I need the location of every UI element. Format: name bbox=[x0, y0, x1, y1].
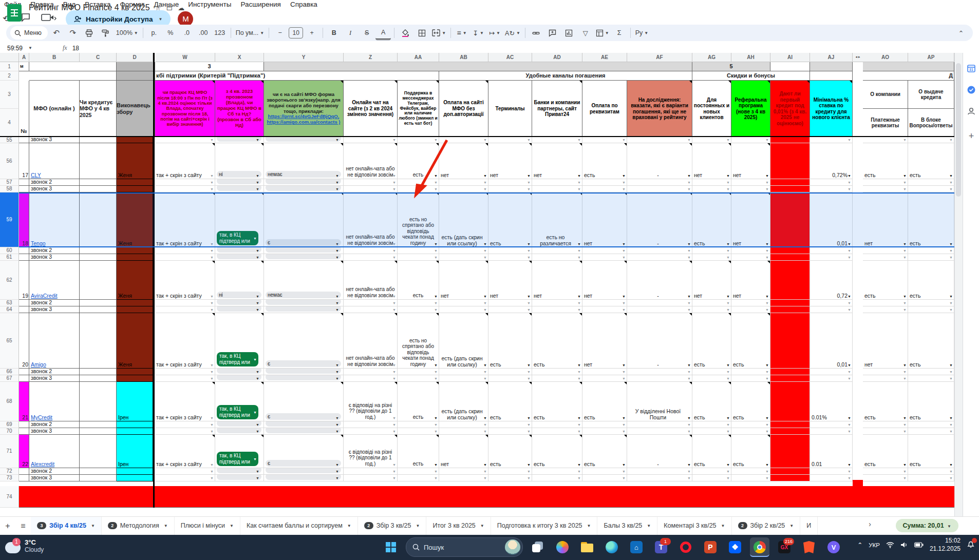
sheet-tab-Балы 3 кв/25[interactable]: Балы 3 кв/25▼ bbox=[597, 517, 657, 535]
cell-AH61[interactable]: ▼ bbox=[731, 254, 770, 261]
cell-AO68[interactable]: есть▼ bbox=[863, 382, 908, 421]
cell-AP68[interactable]: есть▼ bbox=[908, 382, 954, 421]
cell-AJ56[interactable]: 0,72%▼ bbox=[810, 143, 853, 179]
row-header-58[interactable]: 58 bbox=[0, 186, 19, 192]
sheet-tab-Как считаем баллы и сортируем[interactable]: Как считаем баллы и сортируем▼ bbox=[240, 517, 358, 535]
column-header-C[interactable]: C bbox=[80, 53, 117, 62]
cell-Z55[interactable]: ▼ bbox=[344, 137, 398, 143]
cell-C72[interactable] bbox=[80, 468, 117, 475]
cell-D65[interactable]: Женя bbox=[117, 313, 153, 369]
cell-D71[interactable]: Ірен bbox=[117, 435, 153, 468]
cell-AI69[interactable] bbox=[770, 421, 810, 428]
cell-AP73[interactable]: ▼ bbox=[908, 475, 954, 481]
cell-C73[interactable] bbox=[80, 475, 117, 481]
cell-AI72[interactable] bbox=[770, 468, 810, 475]
cell-Y56[interactable]: немає▼ bbox=[264, 143, 344, 179]
weather-widget[interactable]: 1 3°CCloudy bbox=[5, 538, 44, 553]
document-title[interactable]: Рейтинг МФО Finance 4 кв 2025☆🗀☁ bbox=[29, 3, 184, 12]
cell-X60[interactable]: ▼ bbox=[215, 247, 264, 254]
format-currency-button[interactable]: р. bbox=[146, 27, 162, 39]
cell-AF66[interactable]: ▼ bbox=[627, 369, 692, 375]
cell-AB58[interactable]: ▼ bbox=[439, 186, 488, 192]
cell-AP63[interactable]: ▼ bbox=[908, 300, 954, 306]
cell-AH56[interactable]: нет▼ bbox=[731, 143, 770, 179]
move-folder-icon[interactable]: 🗀 bbox=[166, 4, 173, 12]
cell-AI59[interactable] bbox=[770, 192, 810, 247]
cell-AA69[interactable]: ▼ bbox=[398, 421, 439, 428]
cell-C61[interactable] bbox=[80, 254, 117, 261]
cell-Y58[interactable]: ▼ bbox=[264, 186, 344, 192]
cell-Z61[interactable]: ▼ bbox=[344, 254, 398, 261]
cell-A58[interactable] bbox=[19, 186, 29, 192]
cell-C71[interactable] bbox=[80, 435, 117, 468]
cell-Z58[interactable]: ▼ bbox=[344, 186, 398, 192]
mfo-link-Amigo[interactable]: Amigo bbox=[31, 361, 46, 368]
dropdown-chip-Y68[interactable]: є▼ bbox=[266, 413, 341, 420]
cell-AC57[interactable]: ▼ bbox=[488, 179, 532, 186]
cell-AD65[interactable]: есть▼ bbox=[532, 313, 582, 369]
cell-AC63[interactable]: ▼ bbox=[488, 300, 532, 306]
column-header-A[interactable]: A bbox=[19, 53, 29, 62]
cell-AD69[interactable]: ▼ bbox=[532, 421, 582, 428]
cell-AJ55[interactable]: ▼ bbox=[810, 137, 853, 143]
row-header-63[interactable]: 63 bbox=[0, 300, 19, 306]
cell-AI70[interactable] bbox=[770, 428, 810, 435]
column-header-AD[interactable]: AD bbox=[532, 53, 582, 62]
column-header-AE[interactable]: AE bbox=[582, 53, 627, 62]
cell-AD62[interactable]: нет▼ bbox=[532, 261, 582, 300]
cell-Y70[interactable]: ▼ bbox=[264, 428, 344, 435]
cell-AE73[interactable]: ▼ bbox=[582, 475, 627, 481]
cell-AB61[interactable]: ▼ bbox=[439, 254, 488, 261]
column-header-AI[interactable]: AI bbox=[770, 53, 810, 62]
row-header-71[interactable]: 71 bbox=[0, 435, 19, 468]
cell-AB55[interactable]: ▼ bbox=[439, 137, 488, 143]
cell-Y69[interactable]: ▼ bbox=[264, 421, 344, 428]
cell-W58[interactable]: ▼ bbox=[155, 186, 215, 192]
cell-AG71[interactable]: есть▼ bbox=[692, 435, 731, 468]
sheet-tab-И[interactable]: И bbox=[800, 517, 818, 535]
cell-AI60[interactable] bbox=[770, 247, 810, 254]
cell-AF68[interactable]: У відділенні Нової Пошти▼ bbox=[627, 382, 692, 421]
cell-AG72[interactable]: ▼ bbox=[692, 468, 731, 475]
cell-AO66[interactable]: ▼ bbox=[863, 369, 908, 375]
cell-A57[interactable] bbox=[19, 179, 29, 186]
cell-AP60[interactable]: ▼ bbox=[908, 247, 954, 254]
cell-AI62[interactable] bbox=[770, 261, 810, 300]
dropdown-chip-Y56[interactable]: немає▼ bbox=[266, 171, 341, 178]
cell-AC58[interactable]: ▼ bbox=[488, 186, 532, 192]
cell-AF62[interactable]: -▼ bbox=[627, 261, 692, 300]
cell-AD73[interactable]: ▼ bbox=[532, 475, 582, 481]
cell-A71[interactable]: 22 bbox=[19, 435, 29, 468]
cell-AJ66[interactable]: ▼ bbox=[810, 369, 853, 375]
taskbar-icon-store[interactable]: ⌂ bbox=[627, 537, 646, 557]
cell-AC60[interactable]: ▼ bbox=[488, 247, 532, 254]
cell-D64[interactable] bbox=[117, 306, 153, 313]
cell-AJ69[interactable]: ▼ bbox=[810, 421, 853, 428]
cell-AJ72[interactable]: ▼ bbox=[810, 468, 853, 475]
cell-Y65[interactable]: є▼ bbox=[264, 313, 344, 369]
cell-B63[interactable]: звонок 2 bbox=[29, 300, 80, 306]
taskbar-icon-teams[interactable]: T1 bbox=[651, 537, 671, 557]
cell-D68[interactable]: Ірен bbox=[117, 382, 153, 421]
cell-C65[interactable] bbox=[80, 313, 117, 369]
cell-AG64[interactable]: ▼ bbox=[692, 306, 731, 313]
redo-button[interactable]: ↷ bbox=[65, 27, 81, 39]
cell-Z63[interactable]: ▼ bbox=[344, 300, 398, 306]
cell-W60[interactable]: ▼ bbox=[155, 247, 215, 254]
cell-X72[interactable]: ▼ bbox=[215, 468, 264, 475]
cell-D69[interactable] bbox=[117, 421, 153, 428]
row-header-4[interactable]: 4 bbox=[0, 109, 19, 137]
mfo-link-MyCredit[interactable]: MyCredit bbox=[31, 414, 52, 420]
cell-AI56[interactable] bbox=[770, 143, 810, 179]
column-header-AG[interactable]: AG bbox=[692, 53, 731, 62]
row-header-56[interactable]: 56 bbox=[0, 143, 19, 179]
cell-X65[interactable]: так, в КЦ підтверд или▼ bbox=[215, 313, 264, 369]
row-header-59[interactable]: 59 bbox=[0, 192, 19, 247]
cell-AD58[interactable]: ▼ bbox=[532, 186, 582, 192]
cell-AB60[interactable]: ▼ bbox=[439, 247, 488, 254]
all-sheets-button[interactable]: ≡ bbox=[15, 522, 31, 531]
mfo-link-CLY[interactable]: CLY bbox=[31, 172, 41, 178]
cell-B65[interactable]: Amigo bbox=[29, 313, 80, 369]
formula-input[interactable]: 18 bbox=[72, 45, 79, 52]
column-header-AA[interactable]: AA bbox=[398, 53, 439, 62]
